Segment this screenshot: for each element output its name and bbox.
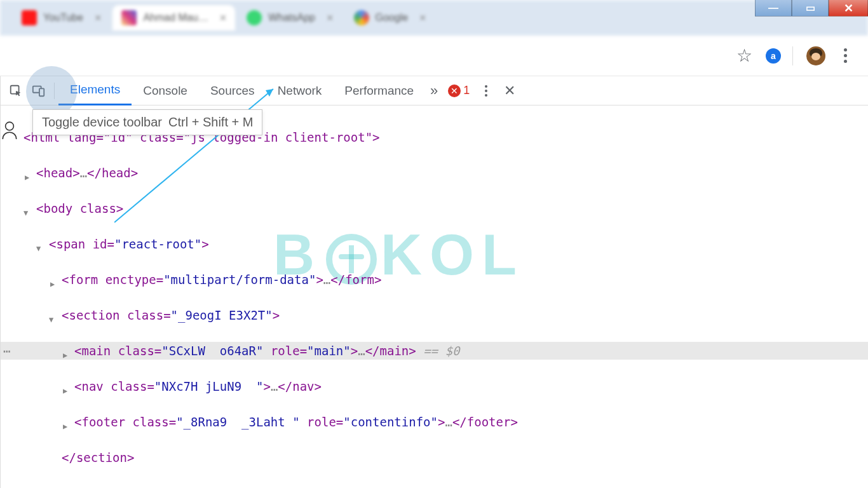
tab-title: WhatsApp [268, 12, 315, 24]
tab-title: Google [376, 12, 409, 24]
tab-close-icon[interactable]: × [220, 11, 227, 25]
devtools-settings-button[interactable] [475, 79, 498, 102]
inspect-element-button[interactable] [4, 79, 27, 102]
toolbar-divider [792, 46, 793, 65]
tab-close-icon[interactable]: × [419, 11, 426, 25]
browser-menu-button[interactable] [832, 43, 858, 69]
browser-tab[interactable]: WhatsApp × [238, 5, 342, 30]
dom-node[interactable]: <body class> [1, 200, 868, 217]
favicon-icon [247, 10, 262, 25]
tab-title: YouTube [43, 12, 83, 24]
browser-tab-strip: YouTube × Ahmad Mau… × WhatsApp × Google… [0, 0, 868, 36]
devtools-panel: Elements Console Sources Network Perform… [1, 76, 868, 488]
dom-node[interactable]: <form enctype="multipart/form-data">…</f… [1, 271, 868, 288]
avatar-icon [806, 46, 825, 65]
window-close-button[interactable]: ✕ [829, 0, 868, 17]
devtools-tab-network[interactable]: Network [266, 76, 334, 105]
devtools-tab-bar: Elements Console Sources Network Perform… [1, 76, 868, 105]
dom-node[interactable]: <footer class="_8Rna9 _3Laht " role="con… [1, 413, 868, 431]
browser-toolbar: ☆ a [0, 36, 868, 76]
extension-button[interactable]: a [761, 43, 786, 69]
dom-node-selected[interactable]: ⋯<main class="SCxLW o64aR" role="main">…… [1, 342, 868, 360]
favicon-icon [121, 10, 137, 25]
dom-node[interactable]: <section class="_9eogI E3X2T"> [1, 306, 868, 324]
svg-rect-3 [39, 88, 44, 96]
dom-node[interactable]: </section> [1, 449, 868, 466]
devtools-tab-performance[interactable]: Performance [333, 76, 425, 105]
favicon-icon [22, 10, 37, 25]
profile-avatar-button[interactable] [803, 43, 829, 69]
devtools-tab-elements[interactable]: Elements [58, 76, 132, 105]
favicon-icon [354, 10, 369, 25]
tab-close-icon[interactable]: × [327, 11, 334, 25]
tab-title: Ahmad Mau… [143, 12, 208, 24]
window-minimize-button[interactable]: — [755, 0, 792, 17]
browser-tab[interactable]: YouTube × [13, 5, 110, 30]
toggle-device-toolbar-button[interactable] [27, 79, 50, 102]
devtools-separator [54, 83, 55, 99]
bookmark-star-button[interactable]: ☆ [731, 43, 757, 69]
browser-tab[interactable]: Google × [345, 5, 435, 30]
dom-node[interactable]: <nav class="NXc7H jLuN9 ">…</nav> [1, 377, 868, 395]
tooltip-label: Toggle device toolbar [42, 115, 162, 129]
main-split: ▴ Elements Console Sources Network Perfo… [0, 76, 868, 488]
devtools-close-button[interactable]: ✕ [498, 83, 522, 99]
kebab-icon [844, 48, 847, 63]
error-icon: ✕ [448, 85, 461, 97]
dom-node[interactable]: </span> [1, 484, 868, 488]
devtools-tab-console[interactable]: Console [132, 76, 199, 105]
browser-tab-active[interactable]: Ahmad Mau… × [112, 5, 235, 30]
window-maximize-button[interactable]: ▭ [792, 0, 829, 17]
dom-node[interactable]: <head>…</head> [1, 164, 868, 182]
devtools-tab-sources[interactable]: Sources [199, 76, 266, 105]
extension-icon: a [766, 48, 781, 64]
devtools-tabs-overflow-button[interactable]: » [425, 83, 443, 99]
window-controls: — ▭ ✕ [755, 0, 868, 19]
tooltip: Toggle device toolbarCtrl + Shift + M [32, 109, 262, 135]
dom-node[interactable]: <span id="react-root"> [1, 235, 868, 253]
tooltip-shortcut: Ctrl + Shift + M [168, 115, 253, 129]
devtools-error-counter[interactable]: ✕1 [443, 84, 475, 97]
tab-close-icon[interactable]: × [95, 11, 102, 25]
elements-tree[interactable]: <html lang="id" class="js logged-in clie… [1, 105, 868, 488]
